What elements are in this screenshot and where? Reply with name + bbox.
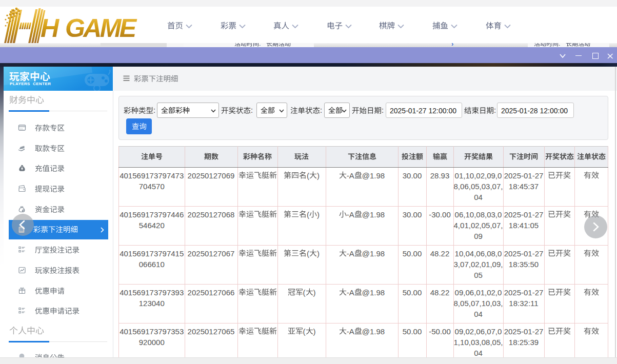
svg-text:H: H (41, 14, 59, 43)
svg-text:GAME: GAME (65, 14, 137, 43)
